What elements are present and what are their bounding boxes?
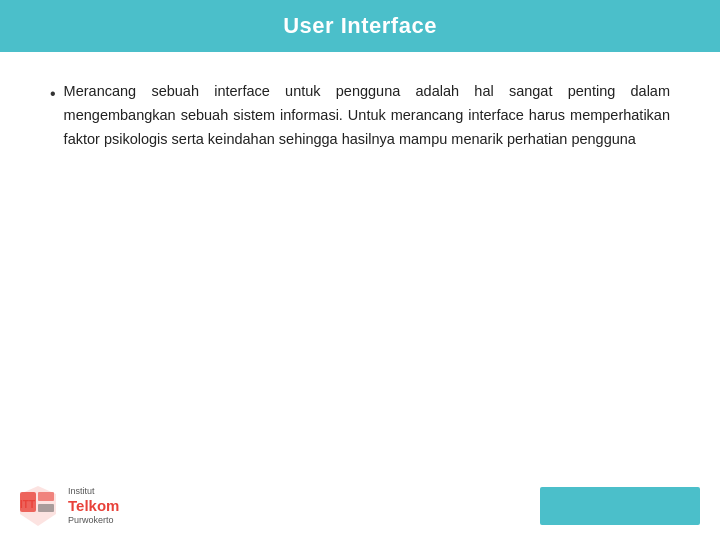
- svg-rect-3: [38, 492, 54, 501]
- bullet-text: Merancang sebuah interface untuk penggun…: [64, 80, 670, 152]
- bullet-dot: •: [50, 81, 56, 107]
- logo-area: ITT Institut Telkom Purwokerto: [16, 484, 119, 528]
- logo-line3: Purwokerto: [68, 515, 119, 526]
- svg-rect-2: [20, 492, 36, 512]
- slide-title: User Interface: [283, 13, 437, 39]
- logo-line2: Telkom: [68, 497, 119, 515]
- logo-line1: Institut: [68, 486, 119, 497]
- logo-text: Institut Telkom Purwokerto: [68, 486, 119, 526]
- footer: ITT Institut Telkom Purwokerto: [0, 472, 720, 540]
- bullet-item: • Merancang sebuah interface untuk pengg…: [50, 80, 670, 152]
- svg-rect-4: [38, 504, 54, 512]
- header-bar: User Interface: [0, 0, 720, 52]
- content-area: • Merancang sebuah interface untuk pengg…: [0, 52, 720, 540]
- logo-icon: ITT: [16, 484, 60, 528]
- slide-container: User Interface • Merancang sebuah interf…: [0, 0, 720, 540]
- footer-right-bar: [540, 487, 700, 525]
